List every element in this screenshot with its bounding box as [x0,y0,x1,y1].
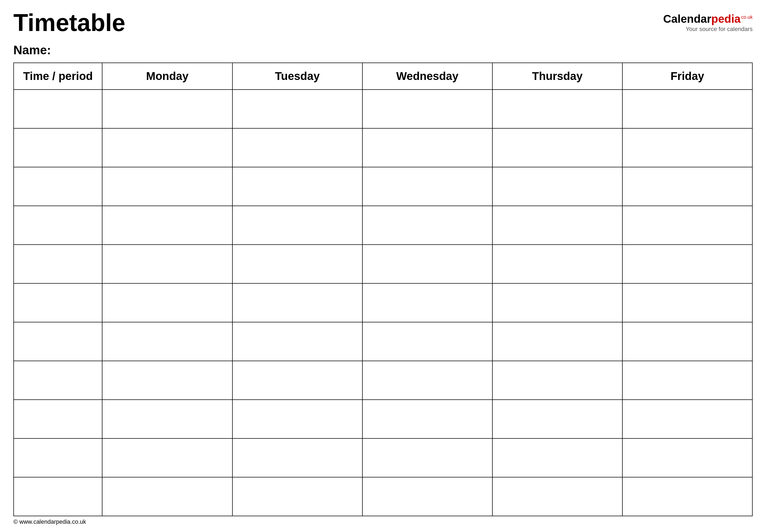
time-cell[interactable] [14,438,102,477]
day-cell[interactable] [493,361,622,400]
day-cell[interactable] [102,477,232,516]
day-cell[interactable] [232,361,362,400]
day-cell[interactable] [362,322,493,361]
day-cell[interactable] [622,322,752,361]
col-header-tuesday: Tuesday [232,63,362,90]
day-cell[interactable] [102,128,232,167]
logo-calendar: Calendar [663,13,711,25]
day-cell[interactable] [232,90,362,128]
time-cell[interactable] [14,361,102,400]
name-label: Name: [13,43,51,57]
day-cell[interactable] [622,438,752,477]
day-cell[interactable] [362,477,493,516]
day-cell[interactable] [622,361,752,400]
day-cell[interactable] [232,283,362,322]
day-cell[interactable] [102,400,232,438]
table-row [14,167,752,206]
table-row [14,322,752,361]
logo-text: Calendarpediaco.uk [663,13,753,25]
logo-tagline: Your source for calendars [686,26,753,33]
day-cell[interactable] [622,206,752,245]
time-cell[interactable] [14,90,102,128]
day-cell[interactable] [232,128,362,167]
day-cell[interactable] [102,438,232,477]
table-header-row: Time / period Monday Tuesday Wednesday T… [14,63,752,90]
day-cell[interactable] [493,283,622,322]
day-cell[interactable] [362,361,493,400]
table-row [14,477,752,516]
day-cell[interactable] [232,400,362,438]
day-cell[interactable] [493,477,622,516]
day-cell[interactable] [362,128,493,167]
day-cell[interactable] [362,245,493,283]
day-cell[interactable] [493,167,622,206]
time-cell[interactable] [14,167,102,206]
day-cell[interactable] [102,283,232,322]
table-row [14,361,752,400]
day-cell[interactable] [493,438,622,477]
day-cell[interactable] [493,128,622,167]
logo-container: Calendarpediaco.uk Your source for calen… [663,11,753,33]
day-cell[interactable] [102,245,232,283]
day-cell[interactable] [493,400,622,438]
day-cell[interactable] [102,206,232,245]
day-cell[interactable] [362,400,493,438]
time-cell[interactable] [14,128,102,167]
time-cell[interactable] [14,477,102,516]
time-cell[interactable] [14,283,102,322]
day-cell[interactable] [232,245,362,283]
table-row [14,206,752,245]
table-row [14,438,752,477]
table-row [14,90,752,128]
day-cell[interactable] [362,167,493,206]
page-title: Timetable [13,11,125,35]
time-cell[interactable] [14,400,102,438]
day-cell[interactable] [102,361,232,400]
time-cell[interactable] [14,245,102,283]
name-row: Name: [13,43,753,57]
day-cell[interactable] [102,322,232,361]
timetable: Time / period Monday Tuesday Wednesday T… [13,63,753,516]
day-cell[interactable] [622,90,752,128]
table-row [14,128,752,167]
day-cell[interactable] [232,206,362,245]
day-cell[interactable] [102,90,232,128]
day-cell[interactable] [362,438,493,477]
col-header-friday: Friday [622,63,752,90]
page-header: Timetable Calendarpediaco.uk Your source… [13,11,753,35]
day-cell[interactable] [622,283,752,322]
col-header-monday: Monday [102,63,232,90]
day-cell[interactable] [622,128,752,167]
day-cell[interactable] [622,477,752,516]
logo-tld: co.uk [741,14,753,20]
day-cell[interactable] [493,206,622,245]
day-cell[interactable] [232,322,362,361]
col-header-thursday: Thursday [493,63,622,90]
day-cell[interactable] [493,90,622,128]
day-cell[interactable] [622,400,752,438]
time-cell[interactable] [14,206,102,245]
day-cell[interactable] [622,167,752,206]
day-cell[interactable] [362,283,493,322]
col-header-time: Time / period [14,63,102,90]
table-row [14,283,752,322]
day-cell[interactable] [102,167,232,206]
day-cell[interactable] [362,206,493,245]
footer-url: © www.calendarpedia.co.uk [13,518,86,525]
day-cell[interactable] [622,245,752,283]
table-row [14,400,752,438]
day-cell[interactable] [362,90,493,128]
time-cell[interactable] [14,322,102,361]
day-cell[interactable] [493,245,622,283]
footer: © www.calendarpedia.co.uk [13,518,86,525]
table-row [14,245,752,283]
day-cell[interactable] [493,322,622,361]
logo-pedia: pedia [711,13,741,25]
day-cell[interactable] [232,438,362,477]
day-cell[interactable] [232,167,362,206]
col-header-wednesday: Wednesday [362,63,493,90]
day-cell[interactable] [232,477,362,516]
